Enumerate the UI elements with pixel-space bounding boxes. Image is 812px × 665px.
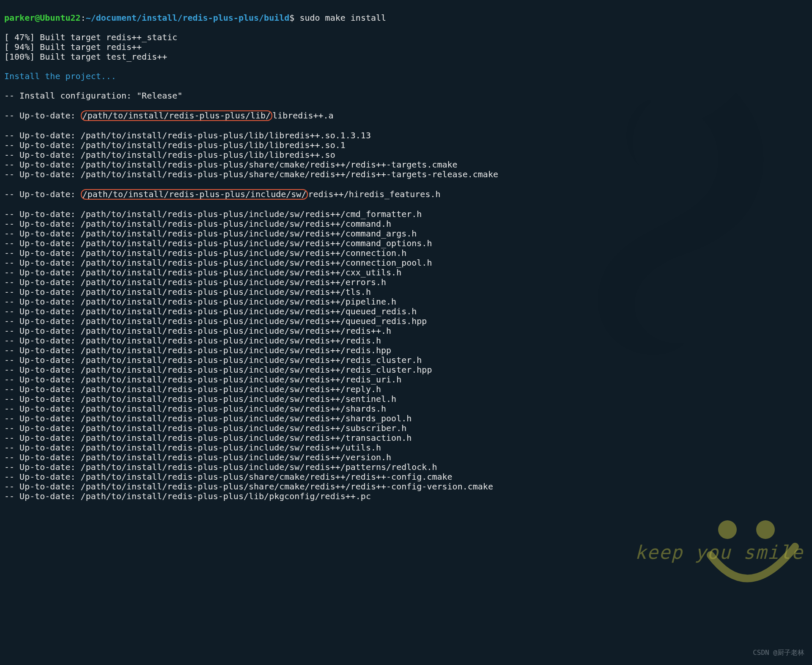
uptodate-line: -- Up-to-date: /path/to/install/redis-pl… bbox=[4, 492, 808, 501]
uptodate-line: -- Up-to-date: /path/to/install/redis-pl… bbox=[4, 150, 808, 160]
uptodate-line: -- Up-to-date: /path/to/install/redis-pl… bbox=[4, 307, 808, 316]
build-progress-line: [100%] Built target test_redis++ bbox=[4, 52, 808, 62]
uptodate-line: -- Up-to-date: /path/to/install/redis-pl… bbox=[4, 462, 808, 472]
uptodate-line: -- Up-to-date: /path/to/install/redis-pl… bbox=[4, 209, 808, 219]
uptodate-line: -- Up-to-date: /path/to/install/redis-pl… bbox=[4, 160, 808, 170]
highlight-box-2: /path/to/install/redis-plus-plus/include… bbox=[81, 189, 308, 200]
uptodate-line: -- Up-to-date: /path/to/install/redis-pl… bbox=[4, 375, 808, 385]
config-line: -- Install configuration: "Release" bbox=[4, 91, 808, 101]
highlight-2-tail: redis++/hiredis_features.h bbox=[308, 189, 440, 199]
uptodate-prefix: -- Up-to-date: bbox=[4, 110, 81, 121]
uptodate-line: -- Up-to-date: /path/to/install/redis-pl… bbox=[4, 414, 808, 423]
prompt-at: @ bbox=[35, 13, 40, 23]
uptodate-line: -- Up-to-date: /path/to/install/redis-pl… bbox=[4, 131, 808, 140]
uptodate-line: -- Up-to-date: /path/to/install/redis-pl… bbox=[4, 297, 808, 307]
prompt-dollar: $ bbox=[289, 13, 294, 23]
highlight-1-tail: libredis++.a bbox=[272, 110, 334, 121]
uptodate-line: -- Up-to-date: /path/to/install/redis-pl… bbox=[4, 287, 808, 297]
uptodate-line: -- Up-to-date: /path/to/install/redis-pl… bbox=[4, 443, 808, 453]
uptodate-line: -- Up-to-date: /path/to/install/redis-pl… bbox=[4, 365, 808, 375]
prompt-user: parker bbox=[4, 13, 35, 23]
uptodate-line: -- Up-to-date: /path/to/install/redis-pl… bbox=[4, 472, 808, 482]
uptodate-line: -- Up-to-date: /path/to/install/redis-pl… bbox=[4, 229, 808, 239]
uptodate-line: -- Up-to-date: /path/to/install/redis-pl… bbox=[4, 385, 808, 394]
uptodate-line: -- Up-to-date: /path/to/install/redis-pl… bbox=[4, 404, 808, 414]
highlight-box-1: /path/to/install/redis-plus-plus/lib/ bbox=[81, 110, 273, 121]
build-progress-line: [ 47%] Built target redis++_static bbox=[4, 33, 808, 42]
uptodate-line: -- Up-to-date: /path/to/install/redis-pl… bbox=[4, 423, 808, 433]
uptodate-line: -- Up-to-date: /path/to/install/redis-pl… bbox=[4, 268, 808, 278]
uptodate-line: -- Up-to-date: /path/to/install/redis-pl… bbox=[4, 170, 808, 179]
uptodate-line: -- Up-to-date: /path/to/install/redis-pl… bbox=[4, 278, 808, 287]
uptodate-highlight-1: -- Up-to-date: /path/to/install/redis-pl… bbox=[4, 110, 808, 121]
install-header: Install the project... bbox=[4, 71, 808, 81]
uptodate-line: -- Up-to-date: /path/to/install/redis-pl… bbox=[4, 453, 808, 462]
build-progress-line: [ 94%] Built target redis++ bbox=[4, 42, 808, 52]
svg-point-1 bbox=[756, 520, 775, 539]
uptodate-line: -- Up-to-date: /path/to/install/redis-pl… bbox=[4, 140, 808, 150]
uptodate-line: -- Up-to-date: /path/to/install/redis-pl… bbox=[4, 326, 808, 336]
uptodate-line: -- Up-to-date: /path/to/install/redis-pl… bbox=[4, 258, 808, 268]
terminal-output[interactable]: parker@Ubuntu22:~/document/install/redis… bbox=[0, 0, 812, 514]
uptodate-line: -- Up-to-date: /path/to/install/redis-pl… bbox=[4, 248, 808, 258]
uptodate-line: -- Up-to-date: /path/to/install/redis-pl… bbox=[4, 355, 808, 365]
attribution-text: CSDN @厨子老林 bbox=[753, 649, 804, 657]
svg-point-0 bbox=[718, 520, 737, 539]
command-text: sudo make install bbox=[299, 13, 386, 23]
uptodate-line: -- Up-to-date: /path/to/install/redis-pl… bbox=[4, 394, 808, 404]
uptodate-line: -- Up-to-date: /path/to/install/redis-pl… bbox=[4, 336, 808, 346]
uptodate-line: -- Up-to-date: /path/to/install/redis-pl… bbox=[4, 316, 808, 326]
uptodate-line: -- Up-to-date: /path/to/install/redis-pl… bbox=[4, 433, 808, 443]
uptodate-line: -- Up-to-date: /path/to/install/redis-pl… bbox=[4, 482, 808, 492]
prompt-line: parker@Ubuntu22:~/document/install/redis… bbox=[4, 13, 808, 23]
uptodate-line: -- Up-to-date: /path/to/install/redis-pl… bbox=[4, 219, 808, 229]
uptodate-prefix: -- Up-to-date: bbox=[4, 189, 81, 199]
uptodate-line: -- Up-to-date: /path/to/install/redis-pl… bbox=[4, 346, 808, 355]
watermark-text: keep you smile bbox=[635, 542, 804, 563]
uptodate-line: -- Up-to-date: /path/to/install/redis-pl… bbox=[4, 239, 808, 248]
prompt-path: ~/document/install/redis-plus-plus/build bbox=[86, 13, 290, 23]
prompt-colon: : bbox=[81, 13, 86, 23]
uptodate-highlight-2: -- Up-to-date: /path/to/install/redis-pl… bbox=[4, 189, 808, 200]
prompt-host: Ubuntu22 bbox=[40, 13, 80, 23]
